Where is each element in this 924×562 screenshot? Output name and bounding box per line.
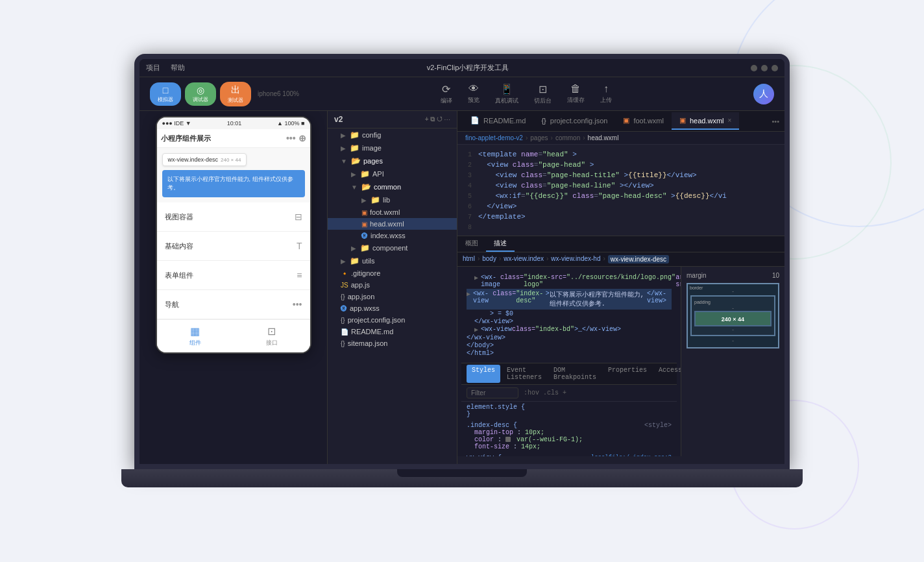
user-avatar[interactable]: 人: [753, 84, 774, 104]
file-project-config[interactable]: {} project.config.json: [328, 314, 457, 326]
tab-project-config[interactable]: {} project.config.json: [533, 113, 615, 130]
folder-image-label: image: [362, 144, 382, 152]
box-margin: border - padding - 240 × 44: [687, 283, 779, 348]
tree-actions[interactable]: + ⧉ ↺ ⋯: [425, 116, 450, 123]
tab-head-wxml[interactable]: ▣ head.wxml ×: [672, 112, 739, 130]
wx-view-source[interactable]: localfile:/.index.css:2: [591, 454, 672, 456]
selector-index-desc: .index-desc {: [467, 422, 517, 429]
style-source[interactable]: <style>: [644, 422, 672, 429]
file-foot-icon: ▣: [361, 209, 367, 216]
devtools-tab-overview[interactable]: 概图: [457, 236, 486, 252]
pseudo-toggle[interactable]: :hov .cls +: [524, 389, 566, 397]
list-item-nav[interactable]: 导航 •••: [157, 290, 310, 319]
upload-action[interactable]: ↑ 上传: [600, 83, 612, 105]
elem-html[interactable]: html: [463, 255, 475, 263]
background-action[interactable]: ⊡ 切后台: [534, 83, 552, 105]
elem-wx-view-index[interactable]: wx-view.index: [504, 255, 544, 263]
device-debug-action[interactable]: 📱 真机调试: [495, 83, 518, 105]
win-maximize[interactable]: [761, 65, 768, 71]
appjson-label: app.json: [348, 293, 375, 300]
compile-action[interactable]: ⟳ 编译: [441, 83, 452, 105]
tab-event-listeners[interactable]: Event Listeners: [502, 365, 547, 383]
battery-info: ▲ 100% ■: [277, 120, 304, 127]
file-sitemap[interactable]: {} sitemap.json: [328, 337, 457, 349]
tab-more-icon[interactable]: •••: [772, 117, 779, 125]
file-appjs[interactable]: JS app.js: [328, 279, 457, 291]
attr-class-image: class=: [500, 274, 524, 281]
clear-cache-action[interactable]: 🗑 清缓存: [567, 83, 585, 105]
file-head-label: head.wxml: [370, 220, 404, 228]
file-head-wxml[interactable]: ▣ head.wxml: [328, 218, 457, 230]
chevron-config: ▶: [341, 132, 346, 139]
folder-lib[interactable]: ▶ 📁 lib: [328, 193, 457, 206]
phone-menu-icon[interactable]: ••• ⊕: [286, 133, 306, 143]
html-viewer: ▶ <wx-image class="index-logo" src="../r…: [461, 271, 677, 360]
breadcrumb-part-1[interactable]: fino-applet-demo-v2: [465, 134, 523, 141]
tab-bar: 📄 README.md {} project.config.json ▣ foo…: [457, 111, 784, 132]
list-item-form[interactable]: 表单组件 ≡: [157, 261, 310, 290]
tab-accessibility[interactable]: Accessibility: [653, 365, 681, 383]
folder-utils[interactable]: ▶ 📁 utils: [328, 254, 457, 267]
tester-btn[interactable]: 出 测试器: [220, 82, 251, 106]
file-foot-wxml[interactable]: ▣ foot.wxml: [328, 206, 457, 218]
tester-icon: 出: [231, 84, 240, 96]
devtools-tabs: 概图 描述: [457, 236, 784, 252]
folder-pages[interactable]: ▼ 📂 pages: [328, 154, 457, 167]
val-class-image: "index-logo": [524, 274, 551, 288]
color-swatch: [505, 437, 511, 442]
border-inner: padding - 240 × 44 -: [694, 299, 772, 332]
tag-size: 240 × 44: [221, 157, 241, 163]
arrow-2[interactable]: ▶: [467, 290, 470, 298]
folder-config[interactable]: ▶ 📁 config: [328, 128, 457, 141]
tab-dom-breakpoints[interactable]: DOM Breakpoints: [548, 365, 602, 383]
debugger-btn[interactable]: ◎ 调试器: [185, 82, 216, 106]
tab-readme[interactable]: 📄 README.md: [463, 112, 533, 130]
code-content-4: <view class="page-head-line" ></view>: [478, 182, 784, 189]
tab-head-close[interactable]: ×: [727, 117, 731, 124]
tab-properties[interactable]: Properties: [603, 365, 652, 383]
prop-font-label: font-size: [474, 443, 509, 450]
win-close[interactable]: [772, 65, 778, 71]
tab-styles[interactable]: Styles: [467, 365, 500, 383]
simulator-btn[interactable]: □ 模拟器: [150, 82, 181, 106]
win-minimize[interactable]: [751, 65, 757, 71]
file-gitignore[interactable]: 🔸 .gitignore: [328, 267, 457, 279]
arrow-1[interactable]: ▶: [474, 274, 478, 282]
project-config-icon: {}: [341, 317, 345, 324]
styles-filter-input[interactable]: [467, 387, 518, 398]
nav-component[interactable]: ▦ 组件: [189, 325, 201, 347]
code-editor[interactable]: 1 <template name="head" > 2 <view: [457, 145, 784, 236]
file-readme[interactable]: 📄 README.md: [328, 326, 457, 337]
breadcrumb-part-3[interactable]: common: [555, 134, 580, 141]
line-num-8: 8: [457, 223, 478, 231]
devtools-tab-debug[interactable]: 描述: [486, 236, 515, 252]
breadcrumb-part-4[interactable]: head.wxml: [588, 134, 619, 141]
preview-action[interactable]: 👁 预览: [468, 83, 480, 105]
elem-wx-view-desc[interactable]: wx-view.index-desc: [608, 255, 669, 263]
file-index-wxss[interactable]: 🅜 index.wxss: [328, 230, 457, 241]
file-appwxss[interactable]: 🅜 app.wxss: [328, 302, 457, 314]
file-appjson[interactable]: {} app.json: [328, 291, 457, 302]
menu-project[interactable]: 项目: [146, 63, 160, 73]
arrow-4[interactable]: ▶: [474, 326, 478, 334]
folder-image-icon: 📁: [350, 143, 359, 153]
tab-foot-wxml[interactable]: ▣ foot.wxml: [615, 112, 671, 130]
folder-common[interactable]: ▼ 📂 common: [328, 180, 457, 193]
breadcrumb-part-2[interactable]: pages: [530, 134, 548, 141]
folder-api[interactable]: ▶ 📁 API: [328, 167, 457, 180]
folder-common-label: common: [374, 183, 401, 191]
folder-component[interactable]: ▶ 📁 component: [328, 241, 457, 254]
tag-close-bd: >_</wx-view>: [574, 326, 621, 333]
selected-element: 以下将展示小程序官方组件能力, 组件样式仅供参考。: [162, 170, 305, 197]
tab-readme-icon: 📄: [470, 116, 480, 125]
menu-help[interactable]: 帮助: [171, 63, 185, 73]
elem-body[interactable]: body: [482, 255, 496, 263]
elem-wx-view-hd[interactable]: wx-view.index-hd: [551, 255, 600, 263]
list-item-basic-content[interactable]: 基础内容 T: [157, 232, 310, 261]
folder-image[interactable]: ▶ 📁 image: [328, 141, 457, 154]
nav-interface[interactable]: ⊡ 接口: [266, 325, 278, 347]
rule-element-close: }: [467, 411, 672, 418]
list-item-view-container[interactable]: 视图容器 ⊟: [157, 202, 310, 232]
phone-list: 视图容器 ⊟ 基础内容 T 表单组件 ≡: [157, 202, 310, 319]
list-label-3: 表单组件: [165, 271, 193, 280]
